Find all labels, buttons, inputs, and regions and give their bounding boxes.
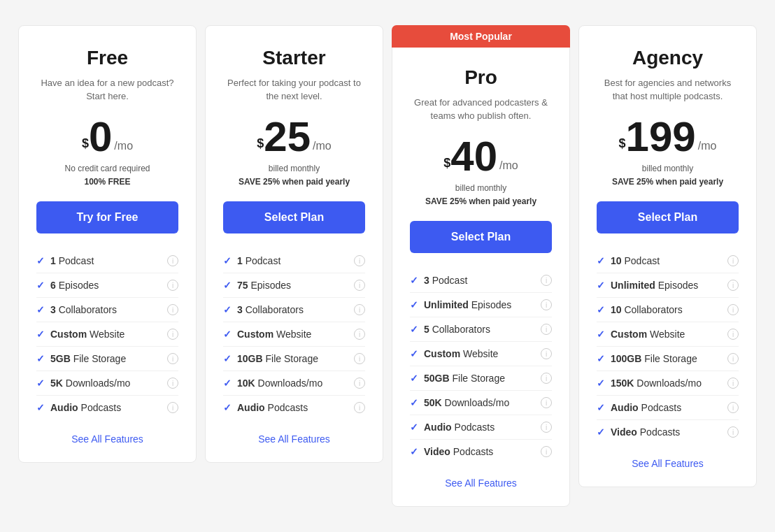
feature-item-agency-6: ✓ Audio Podcasts i bbox=[597, 396, 739, 420]
feature-item-agency-5: ✓ 150K Downloads/mo i bbox=[597, 371, 739, 396]
info-icon[interactable]: i bbox=[354, 280, 365, 291]
plan-card-free: FreeHave an idea for a new podcast? Star… bbox=[18, 25, 197, 463]
info-icon[interactable]: i bbox=[167, 378, 178, 389]
check-icon: ✓ bbox=[597, 304, 605, 315]
feature-text: Custom Website bbox=[237, 329, 350, 340]
check-icon: ✓ bbox=[223, 353, 232, 364]
check-icon: ✓ bbox=[223, 304, 232, 315]
feature-item-agency-4: ✓ 100GB File Storage i bbox=[597, 347, 739, 371]
price-amount-pro: 40 bbox=[450, 136, 497, 178]
feature-item-pro-0: ✓ 3 Podcast i bbox=[410, 268, 552, 293]
see-all-link-free[interactable]: See All Features bbox=[36, 433, 178, 445]
feature-text: 10K Downloads/mo bbox=[237, 378, 350, 389]
check-icon: ✓ bbox=[36, 353, 45, 364]
feature-text: 1 Podcast bbox=[50, 255, 163, 266]
feature-text: 3 Collaborators bbox=[50, 304, 163, 315]
check-icon: ✓ bbox=[410, 275, 418, 286]
info-icon[interactable]: i bbox=[541, 324, 552, 335]
feature-list-agency: ✓ 10 Podcast i ✓ Unlimited Episodes i ✓ … bbox=[597, 249, 739, 444]
info-icon[interactable]: i bbox=[541, 275, 552, 286]
feature-item-agency-2: ✓ 10 Collaborators i bbox=[597, 298, 739, 322]
feature-text: 10 Collaborators bbox=[611, 304, 723, 315]
info-icon[interactable]: i bbox=[167, 280, 178, 291]
info-icon[interactable]: i bbox=[167, 329, 178, 340]
see-all-link-pro[interactable]: See All Features bbox=[410, 477, 552, 489]
info-icon[interactable]: i bbox=[354, 329, 365, 340]
feature-item-starter-0: ✓ 1 Podcast i bbox=[223, 249, 365, 273]
info-icon[interactable]: i bbox=[541, 446, 552, 457]
plan-button-agency[interactable]: Select Plan bbox=[597, 201, 739, 233]
plan-card-pro: Most PopularProGreat for advanced podcas… bbox=[392, 25, 570, 507]
price-mo-pro: /mo bbox=[499, 159, 518, 172]
info-icon[interactable]: i bbox=[167, 353, 178, 364]
feature-item-free-2: ✓ 3 Collaborators i bbox=[36, 298, 178, 322]
price-amount-free: 0 bbox=[89, 116, 112, 158]
plan-button-free[interactable]: Try for Free bbox=[36, 201, 178, 233]
check-icon: ✓ bbox=[410, 373, 418, 384]
feature-item-starter-4: ✓ 10GB File Storage i bbox=[223, 347, 365, 371]
price-note-agency: billed monthlySAVE 25% when paid yearly bbox=[597, 162, 739, 189]
pricing-container: FreeHave an idea for a new podcast? Star… bbox=[14, 25, 761, 507]
see-all-link-starter[interactable]: See All Features bbox=[223, 433, 365, 445]
check-icon: ✓ bbox=[223, 378, 232, 389]
feature-text: 150K Downloads/mo bbox=[611, 378, 723, 389]
info-icon[interactable]: i bbox=[354, 353, 365, 364]
feature-item-free-3: ✓ Custom Website i bbox=[36, 322, 178, 347]
feature-text: 5 Collaborators bbox=[424, 324, 536, 335]
feature-text: Audio Podcasts bbox=[50, 402, 163, 413]
check-icon: ✓ bbox=[36, 378, 45, 389]
feature-item-agency-3: ✓ Custom Website i bbox=[597, 322, 739, 347]
feature-text: Custom Website bbox=[424, 348, 536, 359]
info-icon[interactable]: i bbox=[727, 255, 739, 266]
info-icon[interactable]: i bbox=[727, 402, 739, 413]
info-icon[interactable]: i bbox=[727, 280, 739, 291]
info-icon[interactable]: i bbox=[727, 353, 739, 364]
feature-item-pro-3: ✓ Custom Website i bbox=[410, 342, 552, 366]
plan-button-starter[interactable]: Select Plan bbox=[223, 201, 365, 233]
feature-text: 3 Collaborators bbox=[237, 304, 350, 315]
check-icon: ✓ bbox=[223, 402, 232, 413]
feature-item-free-6: ✓ Audio Podcasts i bbox=[36, 396, 178, 419]
info-icon[interactable]: i bbox=[354, 402, 365, 413]
info-icon[interactable]: i bbox=[727, 329, 739, 340]
info-icon[interactable]: i bbox=[727, 426, 739, 438]
price-mo-agency: /mo bbox=[698, 140, 717, 152]
info-icon[interactable]: i bbox=[354, 378, 365, 389]
plan-description-agency: Best for agencies and networks that host… bbox=[597, 76, 739, 103]
info-icon[interactable]: i bbox=[167, 304, 178, 315]
feature-item-pro-6: ✓ Audio Podcasts i bbox=[410, 415, 552, 440]
check-icon: ✓ bbox=[36, 255, 45, 266]
see-all-link-agency[interactable]: See All Features bbox=[597, 458, 739, 469]
price-amount-agency: 199 bbox=[626, 116, 696, 158]
info-icon[interactable]: i bbox=[354, 304, 365, 315]
check-icon: ✓ bbox=[597, 402, 605, 413]
feature-text: 10GB File Storage bbox=[237, 353, 350, 364]
feature-text: Audio Podcasts bbox=[611, 402, 723, 413]
check-icon: ✓ bbox=[410, 397, 418, 408]
plan-button-pro[interactable]: Select Plan bbox=[410, 221, 552, 253]
price-dollar-pro: $ bbox=[443, 156, 450, 171]
info-icon[interactable]: i bbox=[541, 422, 552, 433]
feature-item-agency-0: ✓ 10 Podcast i bbox=[597, 249, 739, 273]
info-icon[interactable]: i bbox=[354, 255, 365, 266]
price-amount-starter: 25 bbox=[264, 116, 311, 158]
feature-text: Video Podcasts bbox=[424, 446, 536, 457]
info-icon[interactable]: i bbox=[727, 304, 739, 315]
info-icon[interactable]: i bbox=[727, 378, 739, 389]
price-dollar-free: $ bbox=[82, 136, 89, 151]
price-dollar-starter: $ bbox=[257, 136, 264, 151]
check-icon: ✓ bbox=[597, 426, 605, 438]
feature-text: 6 Episodes bbox=[50, 280, 163, 291]
info-icon[interactable]: i bbox=[541, 397, 552, 408]
plan-name-pro: Pro bbox=[410, 66, 552, 89]
price-row-starter: $ 25 /mo bbox=[223, 116, 365, 158]
price-dollar-agency: $ bbox=[619, 136, 626, 151]
price-row-pro: $ 40 /mo bbox=[410, 136, 552, 178]
feature-text: 5K Downloads/mo bbox=[50, 378, 163, 389]
info-icon[interactable]: i bbox=[167, 255, 178, 266]
info-icon[interactable]: i bbox=[541, 348, 552, 359]
info-icon[interactable]: i bbox=[541, 373, 552, 384]
info-icon[interactable]: i bbox=[167, 402, 178, 413]
plan-card-starter: StarterPerfect for taking your podcast t… bbox=[205, 25, 383, 463]
info-icon[interactable]: i bbox=[541, 299, 552, 310]
